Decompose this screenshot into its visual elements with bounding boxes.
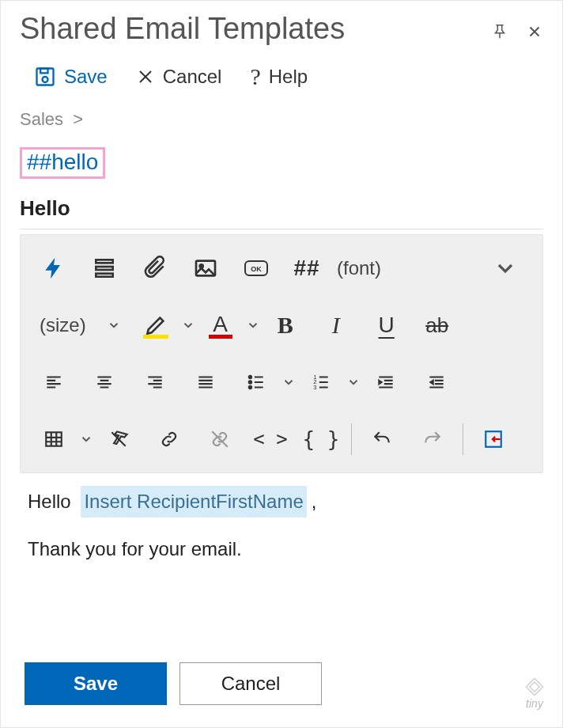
- highlight-color-button[interactable]: [137, 306, 175, 344]
- italic-button[interactable]: I: [317, 306, 355, 344]
- attachment-icon[interactable]: [136, 249, 174, 287]
- cmd-cancel-label: Cancel: [163, 66, 222, 88]
- svg-rect-4: [96, 267, 112, 270]
- image-icon[interactable]: [187, 249, 225, 287]
- cmd-cancel[interactable]: Cancel: [136, 66, 222, 88]
- svg-rect-18: [526, 678, 542, 695]
- unlink-button[interactable]: [201, 420, 239, 458]
- svg-text:OK: OK: [251, 265, 262, 273]
- bullet-dropdown-icon[interactable]: [282, 375, 296, 389]
- save-button[interactable]: Save: [25, 662, 167, 705]
- highlight-dropdown-icon[interactable]: [181, 318, 195, 332]
- app-title: Shared Email Templates: [20, 12, 345, 46]
- font-color-button[interactable]: A: [202, 306, 240, 344]
- indent-button[interactable]: [367, 363, 405, 401]
- svg-rect-16: [46, 432, 62, 446]
- pin-icon[interactable]: [491, 23, 508, 40]
- align-left-button[interactable]: [35, 363, 73, 401]
- braces-button[interactable]: { }: [302, 420, 340, 458]
- body-line-1: Hello Insert RecipientFirstName,: [28, 486, 543, 518]
- help-icon: ?: [250, 63, 260, 90]
- editor-body[interactable]: Hello Insert RecipientFirstName, Thank y…: [28, 486, 543, 563]
- svg-point-11: [249, 381, 251, 383]
- outdent-button[interactable]: [418, 363, 455, 401]
- table-button[interactable]: [35, 420, 73, 458]
- table-dropdown-icon[interactable]: [79, 432, 93, 446]
- ok-field-icon[interactable]: OK: [237, 249, 275, 287]
- template-name-field[interactable]: Hello: [20, 196, 543, 229]
- cmd-help-label: Help: [269, 66, 308, 88]
- size-dropdown-icon[interactable]: [107, 318, 121, 332]
- editor-toolbar: OK ## (font) (size) A: [20, 234, 543, 473]
- tiny-logo: tiny: [524, 677, 545, 710]
- toolbar-expand[interactable]: [490, 249, 528, 287]
- svg-point-10: [249, 376, 251, 378]
- crumb-sep: >: [68, 109, 83, 129]
- toolbar-row-3: 1 2 3: [28, 354, 535, 411]
- strike-button[interactable]: ab: [418, 306, 456, 344]
- svg-point-12: [249, 386, 251, 389]
- cmd-help[interactable]: ? Help: [250, 63, 308, 90]
- source-code-button[interactable]: < >: [251, 420, 289, 458]
- toolbar-row-4: < > { }: [28, 411, 535, 468]
- align-justify-button[interactable]: [187, 363, 225, 401]
- crumb-root[interactable]: Sales: [20, 109, 63, 129]
- font-color-dropdown-icon[interactable]: [246, 318, 260, 332]
- undo-button[interactable]: [363, 420, 401, 458]
- macro-button[interactable]: [35, 249, 73, 287]
- redo-button[interactable]: [414, 420, 452, 458]
- macro-chip[interactable]: Insert RecipientFirstName: [81, 486, 306, 518]
- hash-macro-icon[interactable]: ##: [288, 249, 326, 287]
- align-right-button[interactable]: [136, 363, 174, 401]
- cancel-button[interactable]: Cancel: [179, 662, 322, 705]
- dataset-icon[interactable]: [85, 249, 123, 287]
- command-bar: Save Cancel ? Help: [1, 46, 562, 100]
- svg-rect-1: [40, 69, 47, 74]
- toolbar-divider: [351, 423, 352, 455]
- align-center-button[interactable]: [85, 363, 123, 401]
- breadcrumb: Sales >: [1, 100, 562, 138]
- button-bar: Save Cancel: [25, 662, 322, 705]
- number-list-button[interactable]: 1 2 3: [302, 363, 340, 401]
- underline-button[interactable]: U: [368, 306, 406, 344]
- svg-text:3: 3: [313, 384, 316, 391]
- number-dropdown-icon[interactable]: [346, 375, 361, 389]
- template-shortcut[interactable]: ##hello: [20, 147, 105, 179]
- clear-format-button[interactable]: [100, 420, 138, 458]
- svg-point-2: [43, 77, 48, 82]
- header-actions: [491, 18, 543, 40]
- greeting-suffix: ,: [312, 491, 317, 512]
- font-family-select[interactable]: (font): [332, 257, 386, 279]
- toolbar-row-1: OK ## (font): [28, 240, 535, 297]
- font-size-select[interactable]: (size): [35, 314, 91, 336]
- close-icon[interactable]: [526, 23, 543, 40]
- svg-rect-19: [530, 682, 539, 692]
- svg-rect-3: [96, 260, 112, 263]
- greeting-prefix: Hello: [28, 491, 71, 512]
- bullet-list-button[interactable]: [237, 363, 275, 401]
- bold-button[interactable]: B: [266, 306, 304, 344]
- header: Shared Email Templates: [1, 1, 562, 46]
- body-line-2: Thank you for your email.: [28, 535, 543, 563]
- svg-rect-5: [96, 274, 112, 277]
- insert-into-template-button[interactable]: [474, 420, 512, 458]
- cmd-save-label: Save: [64, 66, 108, 88]
- cmd-save[interactable]: Save: [34, 66, 108, 88]
- toolbar-row-2: (size) A B I U ab: [28, 297, 535, 354]
- toolbar-divider-2: [463, 423, 463, 455]
- link-button[interactable]: [150, 420, 188, 458]
